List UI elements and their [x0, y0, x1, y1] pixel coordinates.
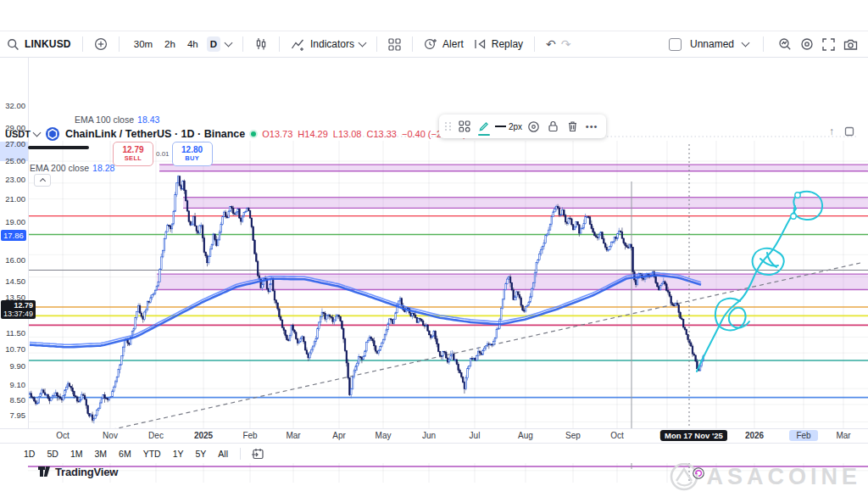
indicators-button[interactable]: Indicators	[310, 38, 354, 50]
price-axis-label: 9.90	[10, 361, 26, 371]
divider	[412, 36, 413, 52]
ohlc-values: O13.73 H14.29 L13.08 C13.33 −0.40 (−2.91…	[262, 129, 466, 139]
ema200-legend[interactable]: EMA 200 close18.28	[30, 163, 114, 173]
time-axis-label: Aug	[511, 431, 540, 440]
indicator-templates-icon[interactable]	[388, 38, 401, 51]
time-axis-label: Jun	[415, 431, 443, 440]
collapse-legend-button[interactable]	[34, 174, 51, 187]
search-icon[interactable]	[7, 38, 19, 51]
time-axis-label: 2026	[740, 431, 769, 440]
alert-button[interactable]: Alert	[442, 38, 464, 50]
price-axis-label: 19.00	[5, 217, 25, 226]
price-axis-label: 7.95	[10, 410, 26, 420]
range-button-3m[interactable]: 3M	[94, 449, 107, 459]
range-button-ytd[interactable]: YTD	[143, 449, 161, 459]
compare-add-icon[interactable]	[94, 37, 108, 51]
divider	[242, 36, 243, 52]
drawing-toolbar: 2px •••	[439, 114, 606, 138]
high-value: H14.29	[298, 129, 327, 139]
ema200-label: EMA 200 close	[30, 163, 89, 173]
open-value: O13.73	[262, 129, 292, 139]
range-button-5y[interactable]: 5Y	[196, 449, 207, 459]
more-options-icon[interactable]: •••	[583, 117, 600, 136]
time-axis-label: Apr	[325, 431, 353, 440]
crosshair-date-label: Mon 17 Nov '25	[660, 430, 727, 441]
range-button-1m[interactable]: 1M	[70, 449, 83, 459]
layout-name[interactable]: Unnamed	[690, 38, 734, 50]
range-button-1y[interactable]: 1Y	[173, 449, 184, 459]
range-button-6m[interactable]: 6M	[119, 449, 131, 459]
timeframe-30m[interactable]: 30m	[131, 36, 156, 52]
magic-replay-icon[interactable]	[692, 466, 705, 483]
asacoine-label: ASACOINE	[706, 464, 861, 490]
layout-checkbox[interactable]	[669, 38, 682, 51]
settings-target-icon[interactable]	[525, 117, 542, 136]
trade-buttons: 12.79SELL 0.01 12.80BUY	[113, 142, 213, 166]
time-axis-label: Feb	[236, 431, 264, 440]
time-axis-label: May	[369, 431, 398, 440]
divider	[240, 448, 241, 460]
chart-style-candles-icon[interactable]	[254, 37, 268, 51]
price-axis-label: 25.00	[5, 156, 25, 165]
divider	[279, 36, 280, 52]
maximize-pane-icon[interactable]	[844, 126, 854, 137]
line-thickness-control[interactable]: 2px	[495, 117, 522, 136]
timeframe-1d-active[interactable]: D	[207, 36, 220, 52]
time-axis-label-highlighted: Feb	[789, 430, 818, 441]
price-axis-label: 9.10	[10, 380, 26, 389]
ema100-legend[interactable]: EMA 100 close18.43	[75, 114, 159, 125]
go-to-date-icon[interactable]	[251, 448, 264, 460]
buy-button[interactable]: 12.80BUY	[172, 142, 213, 166]
lock-icon[interactable]	[544, 117, 561, 136]
time-axis-label: 2025	[189, 431, 218, 440]
layout-dropdown-icon[interactable]	[742, 39, 750, 47]
scroll-up-icon[interactable]: ↑	[829, 126, 834, 137]
time-axis[interactable]: Mon 17 Nov '25 OctNovDec2025FebMarAprMay…	[0, 428, 868, 444]
price-axis-label: 8.50	[10, 395, 26, 405]
selected-price-label: 17.86	[1, 230, 26, 241]
range-button-5d[interactable]: 5D	[47, 449, 58, 459]
timeframe-dropdown-icon[interactable]	[225, 39, 233, 47]
close-value: C13.33	[367, 129, 397, 139]
range-button-1d[interactable]: 1D	[24, 449, 35, 459]
delete-trash-icon[interactable]	[564, 117, 581, 136]
range-button-all[interactable]: All	[218, 449, 228, 459]
indicators-dropdown-icon[interactable]	[359, 39, 367, 47]
symbol-title[interactable]: ChainLink / TetherUS · 1D · Binance	[65, 128, 245, 140]
replay-icon[interactable]	[474, 38, 487, 50]
time-axis-label: Sep	[559, 431, 587, 440]
price-axis[interactable]: 32.0029.0027.0025.0023.0021.0019.0016.00…	[0, 56, 29, 428]
symbol-search-button[interactable]: LINKUSD	[25, 38, 71, 50]
chart-pane[interactable]: EMA 100 close18.43 USDT ChainLink / Teth…	[0, 56, 868, 428]
range-buttons: 1D5D1M3M6MYTD1Y5YAll	[24, 449, 240, 459]
bottom-toolbar: 1D5D1M3M6MYTD1Y5YAll	[0, 443, 868, 463]
indicators-icon[interactable]	[291, 38, 305, 51]
collapsed-legend-bar	[28, 146, 89, 149]
brush-tool-icon[interactable]	[476, 117, 492, 136]
time-axis-label: Mar	[829, 431, 858, 440]
tradingview-logo[interactable]: TradingView	[37, 465, 118, 478]
chevron-up-icon	[39, 178, 45, 184]
snapshot-target-icon[interactable]	[800, 37, 814, 51]
time-axis-label: Nov	[96, 431, 125, 440]
undo-icon[interactable]: ↶	[546, 37, 556, 51]
time-axis-label: Oct	[603, 431, 632, 440]
alert-clock-icon[interactable]	[424, 37, 437, 51]
sell-button[interactable]: 12.79SELL	[113, 142, 153, 166]
timeframe-2h[interactable]: 2h	[161, 36, 179, 52]
template-grid-icon[interactable]	[456, 117, 473, 136]
quick-search-icon[interactable]	[778, 37, 792, 51]
currency-selector[interactable]: USDT	[5, 129, 40, 139]
drag-handle[interactable]	[445, 122, 452, 131]
last-price-value: 12.79	[14, 301, 34, 310]
redo-icon[interactable]: ↷	[561, 37, 571, 51]
fullscreen-icon[interactable]	[822, 38, 835, 51]
market-status-icon[interactable]	[251, 131, 256, 137]
price-axis-label: 10.70	[5, 344, 25, 354]
divider	[763, 36, 764, 52]
timeframe-4h[interactable]: 4h	[184, 36, 202, 52]
camera-icon[interactable]	[843, 38, 858, 51]
chainlink-logo-icon	[46, 127, 59, 141]
replay-button[interactable]: Replay	[492, 38, 523, 50]
tradingview-app: LINKUSD 30m 2h 4h D Indicators	[0, 0, 868, 497]
